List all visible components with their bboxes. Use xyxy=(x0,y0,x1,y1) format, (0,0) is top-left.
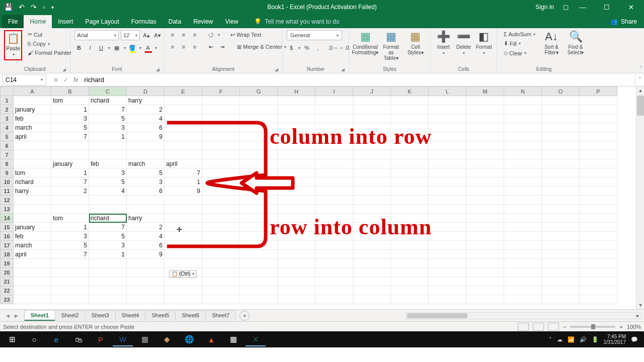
row-header-13[interactable]: 13 xyxy=(1,205,14,214)
cell-K18[interactable] xyxy=(391,250,429,259)
cell-D21[interactable] xyxy=(127,277,165,286)
cell-C2[interactable]: 7 xyxy=(89,105,127,114)
cell-B17[interactable]: 5 xyxy=(51,241,89,250)
cell-H13[interactable] xyxy=(278,205,315,214)
italic-button[interactable]: I xyxy=(86,43,95,52)
cell-D22[interactable] xyxy=(127,286,165,295)
cell-O7[interactable] xyxy=(542,150,580,159)
cell-F3[interactable] xyxy=(202,114,240,123)
cell-P4[interactable] xyxy=(580,123,617,132)
cortana-button[interactable]: ○ xyxy=(24,332,44,346)
cell-L5[interactable] xyxy=(429,132,466,141)
add-sheet-button[interactable]: ＋ xyxy=(239,311,250,321)
zoom-level[interactable]: 100% xyxy=(627,324,641,330)
autosum-button[interactable]: ΣAutoSum▾ xyxy=(501,30,538,38)
cell-N5[interactable] xyxy=(504,132,542,141)
cell-E17[interactable] xyxy=(165,241,202,250)
cell-C19[interactable] xyxy=(89,259,127,268)
cell-A19[interactable] xyxy=(14,259,51,268)
cell-F1[interactable] xyxy=(202,96,240,105)
cell-E2[interactable] xyxy=(165,105,202,114)
row-header-5[interactable]: 5 xyxy=(1,132,14,141)
cell-L23[interactable] xyxy=(429,295,466,304)
cell-G11[interactable] xyxy=(240,187,278,196)
tab-insert[interactable]: Insert xyxy=(52,15,79,28)
cell-E21[interactable] xyxy=(165,277,202,286)
cell-L2[interactable] xyxy=(429,105,466,114)
column-header-D[interactable]: D xyxy=(127,87,165,96)
row-header-2[interactable]: 2 xyxy=(1,105,14,114)
cell-B9[interactable]: 1 xyxy=(51,168,89,177)
cell-F16[interactable] xyxy=(202,232,240,241)
fill-color-button[interactable]: 🪣 xyxy=(128,43,137,52)
row-header-6[interactable]: 6 xyxy=(1,141,14,150)
sheet-tab-sheet7[interactable]: Sheet7 xyxy=(205,310,236,321)
cell-D16[interactable]: 4 xyxy=(127,232,165,241)
scroll-right-icon[interactable]: ► xyxy=(634,313,641,319)
cell-G19[interactable] xyxy=(240,259,278,268)
alignment-dialog-launcher[interactable]: ◢ xyxy=(275,67,278,72)
cell-J23[interactable] xyxy=(353,295,391,304)
cell-N20[interactable] xyxy=(504,268,542,277)
row-header-9[interactable]: 9 xyxy=(1,168,14,177)
sheet-tab-sheet1[interactable]: Sheet1 xyxy=(24,310,55,321)
cell-G20[interactable] xyxy=(240,268,278,277)
cell-O15[interactable] xyxy=(542,223,580,232)
font-color-button[interactable]: A xyxy=(143,43,152,52)
cell-G8[interactable] xyxy=(240,159,278,168)
cell-D5[interactable]: 9 xyxy=(127,132,165,141)
cell-G2[interactable] xyxy=(240,105,278,114)
cell-N18[interactable] xyxy=(504,250,542,259)
cell-B12[interactable] xyxy=(51,196,89,205)
conditional-formatting-button[interactable]: ▦ConditionalFormatting▾ xyxy=(353,30,377,61)
cell-C23[interactable] xyxy=(89,295,127,304)
cell-P9[interactable] xyxy=(580,168,617,177)
select-all-cell[interactable] xyxy=(1,87,14,96)
cell-L12[interactable] xyxy=(429,196,466,205)
cell-J17[interactable] xyxy=(353,241,391,250)
collapse-ribbon-icon[interactable]: ˄ xyxy=(639,65,642,71)
cell-J2[interactable] xyxy=(353,105,391,114)
cell-E23[interactable] xyxy=(165,295,202,304)
cell-F12[interactable] xyxy=(202,196,240,205)
cell-G1[interactable] xyxy=(240,96,278,105)
cell-G9[interactable] xyxy=(240,168,278,177)
cell-I8[interactable] xyxy=(315,159,353,168)
cell-B19[interactable] xyxy=(51,259,89,268)
cell-K11[interactable] xyxy=(391,187,429,196)
normal-view-button[interactable] xyxy=(518,323,529,331)
paste-options-smarttag[interactable]: 📋 (Ctrl) ▾ xyxy=(169,270,197,278)
scroll-thumb[interactable] xyxy=(637,96,644,116)
cell-H22[interactable] xyxy=(278,286,315,295)
cell-G23[interactable] xyxy=(240,295,278,304)
cell-M15[interactable] xyxy=(466,223,504,232)
cell-N11[interactable] xyxy=(504,187,542,196)
cell-L16[interactable] xyxy=(429,232,466,241)
cell-L7[interactable] xyxy=(429,150,466,159)
align-left-button[interactable]: ≡ xyxy=(168,42,177,51)
column-header-F[interactable]: F xyxy=(202,87,240,96)
cell-G10[interactable] xyxy=(240,177,278,187)
cell-A21[interactable] xyxy=(14,277,51,286)
tab-formulas[interactable]: Formulas xyxy=(125,15,163,28)
cell-F18[interactable] xyxy=(202,250,240,259)
cell-A22[interactable] xyxy=(14,286,51,295)
cell-I12[interactable] xyxy=(315,196,353,205)
cell-I22[interactable] xyxy=(315,286,353,295)
cell-D3[interactable]: 4 xyxy=(127,114,165,123)
orientation-button[interactable]: ⭯ xyxy=(206,30,215,39)
cell-D13[interactable] xyxy=(127,205,165,214)
cell-B2[interactable]: 1 xyxy=(51,105,89,114)
cell-J10[interactable] xyxy=(353,177,391,187)
decrease-indent-button[interactable]: ⇤ xyxy=(206,42,215,51)
cell-B4[interactable]: 5 xyxy=(51,123,89,132)
cell-N1[interactable] xyxy=(504,96,542,105)
cell-H9[interactable] xyxy=(278,168,315,177)
borders-button[interactable]: ▦ xyxy=(112,43,121,52)
cell-I3[interactable] xyxy=(315,114,353,123)
percent-format-button[interactable]: % xyxy=(302,43,311,52)
align-top-button[interactable]: ≡ xyxy=(168,30,177,39)
cell-A4[interactable]: march xyxy=(14,123,51,132)
cell-M22[interactable] xyxy=(466,286,504,295)
cell-O1[interactable] xyxy=(542,96,580,105)
